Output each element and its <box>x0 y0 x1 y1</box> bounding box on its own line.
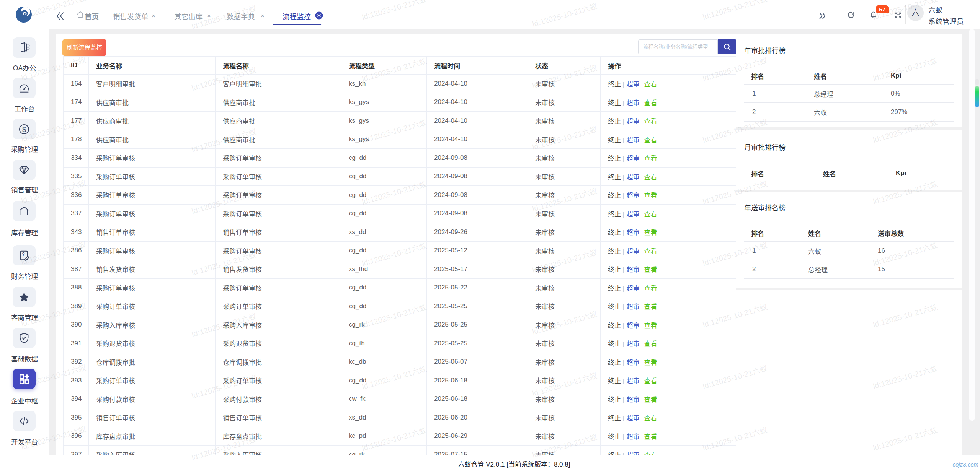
svg-text:?: ? <box>22 252 24 257</box>
svg-text:$: $ <box>22 125 26 133</box>
